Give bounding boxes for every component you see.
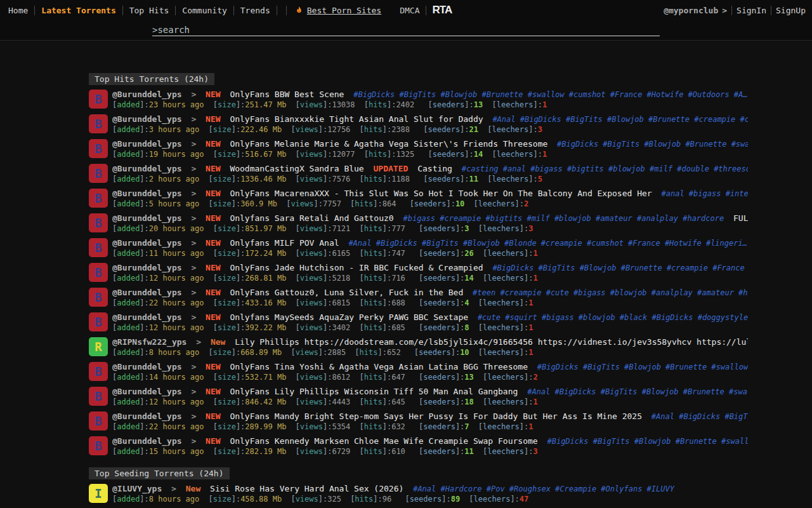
best-porn-sites-link[interactable]: Best Porn Sites (295, 6, 381, 15)
avatar[interactable]: B (89, 387, 108, 406)
torrent-title[interactable]: OnlyFans Bianxxxkie Tight Asian Anal Slu… (230, 114, 483, 124)
dmca-link[interactable]: DMCA (398, 6, 421, 15)
avatar[interactable]: B (89, 411, 108, 431)
tag-list[interactable]: #anal #bigass #interrac… (661, 189, 748, 198)
tag-list[interactable]: #Anal #Hardcore #Pov #Roughsex #Creampie… (413, 485, 674, 493)
tag-list[interactable]: #Anal #BigDicks #BigTits … (652, 412, 748, 421)
torrent-row[interactable]: B @Burunddel_yps > NEW OnlyFans Jade Hut… (89, 263, 812, 283)
torrent-row[interactable]: R @RIPNsfw222_yps > New Lily Phillips ht… (89, 337, 812, 358)
tag-list[interactable]: #bigass #creampie #bigtits #milf #blowjo… (403, 214, 724, 223)
tag-list[interactable]: #Anal #BigDicks #BigTits #Blowjob #Brune… (492, 115, 748, 124)
uploader-name[interactable]: @Burunddel_yps (112, 90, 182, 99)
arrow-separator: > (196, 337, 201, 347)
tag-list[interactable]: #BigDicks #BigTits #Blowjob #Brunette #c… (492, 264, 748, 272)
avatar[interactable]: R (89, 337, 108, 356)
torrent-title[interactable]: OnlyFans Lily Phillips Wisconsin Tiff 50… (230, 387, 518, 396)
torrent-row[interactable]: B @Burunddel_yps > NEW Onlyfans MaySeeds… (89, 312, 812, 333)
uploader-name[interactable]: @Burunddel_yps (112, 288, 182, 297)
rta-logo[interactable]: RTA (432, 4, 452, 17)
search-input[interactable] (157, 24, 660, 36)
tag-list[interactable]: #BigDicks #BigTits #Blowjob #Brunette #s… (557, 140, 748, 149)
uploader-name[interactable]: @Burunddel_yps (112, 139, 182, 149)
uploader-name[interactable]: @Burunddel_yps (112, 164, 182, 173)
tag-list[interactable]: #cute #squirt #bigass #blowjob #black #B… (478, 313, 748, 322)
nav-trends[interactable]: Trends (239, 6, 272, 15)
avatar[interactable]: B (89, 139, 108, 158)
divider (731, 6, 732, 15)
torrent-title[interactable]: OnlyFans Gattouz0, Luna Silver, Fuck in … (230, 288, 463, 297)
avatar[interactable]: B (89, 213, 108, 232)
leechers-stat: [leechers]:1 (478, 422, 534, 431)
torrent-row[interactable]: B @Burunddel_yps > NEW OnlyFans BBW Best… (89, 90, 812, 110)
tag-list[interactable]: #BigDicks #BigTits #Blowjob #Brunette #s… (353, 90, 747, 99)
torrent-row[interactable]: B @Burunddel_yps > NEW OnlyFans Kennedy … (89, 436, 812, 457)
torrent-row[interactable]: B @Burunddel_yps > NEW OnlyFans Mandy Br… (89, 411, 812, 432)
uploader-name[interactable]: @Burunddel_yps (112, 312, 182, 322)
uploader-name[interactable]: @Burunddel_yps (112, 189, 182, 198)
torrent-title-cont[interactable]: Casting (417, 164, 452, 173)
avatar[interactable]: B (89, 288, 108, 307)
torrent-title[interactable]: Onlyfans MILF POV Anal (230, 238, 339, 248)
torrent-row[interactable]: B @Burunddel_yps > NEW OnlyFans Macarena… (89, 189, 812, 209)
tag-list[interactable]: #BigDicks #BigTits #Blowjob #Brunette #s… (537, 363, 748, 371)
torrent-title[interactable]: Lily Phillips https://doodstream.com/e/l… (235, 337, 748, 347)
uploader-name[interactable]: @Burunddel_yps (112, 213, 182, 223)
uploader-name[interactable]: @Burunddel_yps (112, 263, 182, 272)
torrent-title[interactable]: OnlyFans MacarenaXXX - This Slut Was So … (230, 189, 652, 198)
avatar[interactable]: B (89, 362, 108, 381)
uploader-name[interactable]: @Burunddel_yps (112, 436, 182, 446)
torrent-row[interactable]: B @Burunddel_yps > NEW OnlyFans Tina Yos… (89, 362, 812, 382)
avatar[interactable]: B (89, 238, 108, 257)
torrent-title[interactable]: WoodmanCastingX Sandra Blue (230, 164, 363, 173)
nav-community[interactable]: Community (180, 6, 228, 15)
torrent-row[interactable]: I @ILUVY_yps > New Sisi Rose Has Very Ha… (89, 484, 812, 504)
tag-list[interactable]: #Anal #BigDicks #BigTits #Blowjob #Brune… (527, 387, 748, 396)
avatar[interactable]: I (89, 484, 108, 503)
avatar[interactable]: B (89, 164, 108, 183)
avatar[interactable]: B (89, 436, 108, 455)
torrent-title[interactable]: OnlyFans Mandy Bright Step-mom Says Her … (230, 411, 642, 421)
torrent-title[interactable]: OnlyFans Tina Yoshi & Agatha Vega Asian … (230, 362, 528, 371)
nav-latest-torrents[interactable]: Latest Torrents (39, 6, 117, 15)
uploader-name[interactable]: @Burunddel_yps (112, 411, 182, 421)
torrent-row[interactable]: B @Burunddel_yps > NEW OnlyFans Melanie … (89, 139, 812, 159)
torrent-title[interactable]: Onlyfans MaySeeds AquaZay Perky PAWG BBC… (230, 312, 468, 322)
tag-list[interactable]: #teen #creampie #cute #bigass #blowjob #… (473, 288, 748, 297)
avatar[interactable]: B (89, 263, 108, 282)
avatar[interactable]: B (89, 114, 108, 133)
nav-home[interactable]: Home (6, 6, 30, 15)
views-stat: [views]:5218 (296, 274, 351, 283)
signup-link[interactable]: SignUp (776, 6, 806, 15)
avatar[interactable]: B (89, 189, 108, 208)
uploader-name[interactable]: @Burunddel_yps (112, 238, 182, 248)
avatar[interactable]: B (89, 90, 108, 109)
torrent-row[interactable]: B @Burunddel_yps > NEW WoodmanCastingX S… (89, 164, 812, 184)
tag-list[interactable]: #BigDicks #BigTits #Blowjob #Brunette #s… (547, 437, 748, 446)
torrent-title[interactable]: OnlyFans Melanie Marie & Agatha Vega Sis… (230, 139, 547, 149)
torrent-title[interactable]: OnlyFans BBW Best Scene (230, 90, 344, 99)
nav-top-hits[interactable]: Top Hits (128, 6, 171, 15)
torrent-row[interactable]: B @Burunddel_yps > NEW OnlyFans Lily Phi… (89, 387, 812, 407)
torrent-title[interactable]: OnlyFans Kennedy Marksen Chloe Mae Wife … (230, 436, 537, 446)
signin-link[interactable]: SignIn (737, 6, 766, 15)
avatar[interactable]: B (89, 312, 108, 331)
torrent-row[interactable]: B @Burunddel_yps > NEW Onlyfans Sara Ret… (89, 213, 812, 234)
torrent-title[interactable]: Onlyfans Sara Retali And Gattouz0 (230, 213, 393, 223)
torrent-row[interactable]: B @Burunddel_yps > NEW OnlyFans Bianxxxk… (89, 114, 812, 135)
seeders-value: 8 (464, 323, 469, 332)
uploader-name[interactable]: @Burunddel_yps (112, 362, 182, 371)
tag-list[interactable]: #casting #anal #bigass #bigtits #blowjob… (462, 164, 748, 173)
torrent-title[interactable]: OnlyFans Jade Hutchison - IR BBC Fucked … (230, 263, 483, 272)
added-value: 12 hours ago (149, 274, 204, 283)
seeders-value: 3 (464, 224, 469, 233)
torrent-title[interactable]: Sisi Rose Has Very Hard Anal Sex (2026) (210, 484, 403, 493)
uploader-name[interactable]: @ILUVY_yps (112, 484, 162, 493)
uploader-name[interactable]: @RIPNsfw222_yps (112, 337, 187, 347)
uploader-name[interactable]: @Burunddel_yps (112, 114, 182, 124)
account-name[interactable]: @mypornclub (664, 6, 718, 15)
torrent-row[interactable]: B @Burunddel_yps > NEW Onlyfans MILF POV… (89, 238, 812, 258)
torrent-row[interactable]: B @Burunddel_yps > NEW OnlyFans Gattouz0… (89, 288, 812, 308)
views-value: 325 (327, 495, 341, 504)
uploader-name[interactable]: @Burunddel_yps (112, 387, 182, 396)
tag-list[interactable]: #Anal #BigDicks #BigTits #Blowjob #Blond… (348, 239, 747, 248)
